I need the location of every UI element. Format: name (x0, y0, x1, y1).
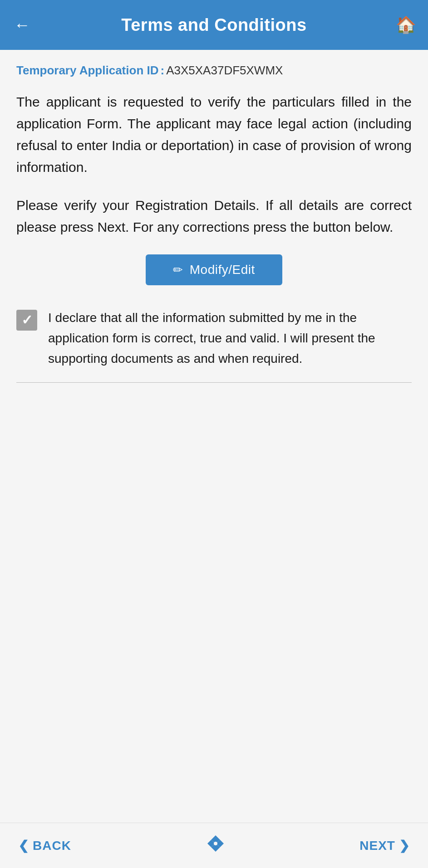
app-header: ← Terms and Conditions 🏠 (0, 0, 428, 50)
back-label: BACK (33, 839, 71, 853)
application-id-row: Temporary Application ID : A3X5XA37DF5XW… (16, 63, 412, 78)
page-title: Terms and Conditions (34, 15, 394, 35)
checkmark-icon: ✓ (21, 313, 33, 327)
pencil-icon: ✏ (173, 263, 183, 277)
modify-btn-wrapper: ✏ Modify/Edit (16, 254, 412, 285)
svg-point-4 (214, 842, 217, 845)
next-arrow-icon: ❯ (399, 838, 410, 853)
header-back-button[interactable]: ← (11, 15, 34, 34)
next-label: NEXT (359, 839, 395, 853)
app-id-colon: : (161, 63, 165, 78)
declaration-row: ✓ I declare that all the information sub… (16, 308, 412, 369)
content-area: Temporary Application ID : A3X5XA37DF5XW… (0, 50, 428, 823)
declaration-text: I declare that all the information submi… (48, 308, 412, 369)
back-button[interactable]: ❮ BACK (18, 838, 71, 853)
app-id-value: A3X5XA37DF5XWMX (166, 63, 283, 78)
terms-paragraph-2: Please verify your Registration Details.… (16, 195, 412, 238)
app-id-label: Temporary Application ID (16, 63, 159, 78)
modify-edit-button[interactable]: ✏ Modify/Edit (146, 254, 282, 285)
terms-paragraph-1: The applicant is requested to verify the… (16, 91, 412, 178)
bottom-navigation: ❮ BACK NEXT ❯ (0, 823, 428, 868)
back-arrow-icon: ❮ (18, 838, 29, 853)
next-button[interactable]: NEXT ❯ (359, 838, 410, 853)
divider-line (16, 382, 412, 383)
declaration-checkbox-wrapper[interactable]: ✓ (16, 310, 37, 331)
center-nav-icon[interactable] (206, 834, 226, 858)
header-home-button[interactable]: 🏠 (394, 15, 417, 34)
back-arrow-icon: ← (14, 15, 30, 34)
declaration-checkbox[interactable]: ✓ (16, 310, 37, 331)
modify-edit-label: Modify/Edit (190, 263, 255, 277)
home-icon: 🏠 (396, 15, 416, 34)
